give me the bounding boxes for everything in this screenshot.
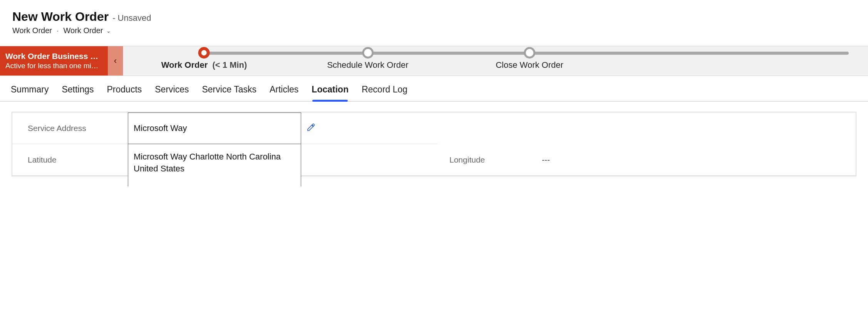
- bpf-stage-label: Work Order: [161, 60, 208, 70]
- address-suggestion[interactable]: Microsoft Way Charlotte North Carolina U…: [128, 144, 301, 184]
- bpf-stage-close-work-order[interactable]: Close Work Order: [496, 46, 563, 70]
- tab-articles[interactable]: Articles: [270, 84, 298, 101]
- value-longitude: ---: [542, 155, 848, 164]
- page-title: New Work Order: [12, 10, 109, 24]
- breadcrumb-form: Work Order: [64, 26, 103, 35]
- tab-services[interactable]: Services: [155, 84, 189, 101]
- bpf-active-for: Active for less than one mi…: [5, 62, 102, 70]
- tab-summary[interactable]: Summary: [11, 84, 49, 101]
- field-service-address: Service Address Microsoft Way Charlotte …: [12, 112, 438, 144]
- tab-settings[interactable]: Settings: [62, 84, 94, 101]
- service-address-input[interactable]: [128, 112, 301, 144]
- breadcrumb-separator: ·: [57, 26, 59, 35]
- label-service-address: Service Address: [28, 124, 120, 133]
- tab-service-tasks[interactable]: Service Tasks: [202, 84, 256, 101]
- bpf-stage-schedule-work-order[interactable]: Schedule Work Order: [327, 46, 408, 70]
- edit-icon[interactable]: [307, 123, 316, 132]
- label-longitude: Longitude: [449, 155, 542, 164]
- bpf-stages: Work Order (< 1 Min) Schedule Work Order…: [123, 46, 868, 76]
- bpf-stage-node-icon: [524, 47, 535, 59]
- bpf-stage-work-order[interactable]: Work Order (< 1 Min): [161, 46, 247, 70]
- tab-record-log[interactable]: Record Log: [362, 84, 407, 101]
- label-latitude: Latitude: [28, 155, 120, 164]
- bpf-stage-node-icon: [362, 47, 374, 59]
- bpf-stage-time: (< 1 Min): [213, 60, 247, 70]
- tabs: Summary Settings Products Services Servi…: [0, 76, 868, 102]
- breadcrumb-entity: Work Order: [12, 26, 52, 35]
- field-longitude[interactable]: Longitude ---: [434, 144, 856, 176]
- location-form-card: Service Address Microsoft Way Charlotte …: [12, 112, 856, 176]
- unsaved-indicator: - Unsaved: [112, 13, 151, 23]
- address-suggestion[interactable]: Microsoft Way Redmond Washington 98052 U…: [128, 184, 301, 186]
- address-suggestions-dropdown: Microsoft Way Charlotte North Carolina U…: [128, 144, 301, 186]
- bpf-stage-label: Schedule Work Order: [327, 60, 408, 70]
- form-selector[interactable]: Work Order ⌄: [64, 26, 111, 35]
- bpf-collapse-button[interactable]: ‹: [108, 46, 123, 76]
- chevron-down-icon: ⌄: [106, 28, 111, 34]
- tab-location[interactable]: Location: [312, 84, 349, 101]
- bpf-header[interactable]: Work Order Business Pro… Active for less…: [0, 46, 108, 76]
- bpf-name: Work Order Business Pro…: [5, 52, 102, 61]
- bpf-stage-label: Close Work Order: [496, 60, 563, 70]
- breadcrumb: Work Order · Work Order ⌄: [12, 26, 868, 35]
- bpf-stage-node-icon: [198, 47, 210, 59]
- chevron-left-icon: ‹: [114, 56, 117, 66]
- business-process-bar: Work Order Business Pro… Active for less…: [0, 46, 868, 76]
- tab-products[interactable]: Products: [107, 84, 142, 101]
